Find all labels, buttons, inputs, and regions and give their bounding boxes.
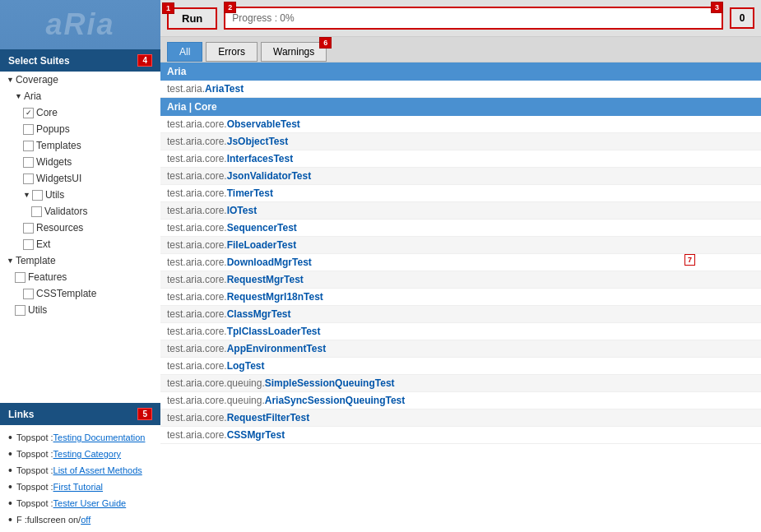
io-item[interactable]: test.aria.core.IOTest — [160, 202, 761, 220]
templates-row[interactable]: Templates — [0, 139, 160, 152]
bullet-icon: • — [8, 447, 12, 460]
item-name: RequestFilterTest — [227, 412, 309, 423]
link-first-tutorial: • Topspot : First Tutorial — [8, 479, 152, 495]
template-label: Template — [16, 255, 56, 266]
features-label: Features — [28, 271, 67, 283]
popups-checkbox[interactable] — [23, 124, 34, 135]
tab-warnings[interactable]: Warnings — [261, 42, 327, 62]
results-list[interactable]: Aria test.aria.AriaTest Aria | Core test… — [160, 62, 761, 532]
stop-button[interactable]: 0 — [730, 7, 754, 29]
item-name: JsonValidatorTest — [227, 170, 311, 182]
timer-item[interactable]: test.aria.core.TimerTest — [160, 185, 761, 202]
appenvironment-item[interactable]: test.aria.core.AppEnvironmentTest — [160, 340, 761, 358]
ext-row[interactable]: Ext — [0, 238, 160, 251]
utils2-checkbox[interactable] — [15, 305, 26, 316]
tree-item-ext: Ext — [0, 236, 160, 252]
fullscreen-off-link[interactable]: off — [81, 515, 90, 525]
link-prefix-2: Topspot : — [16, 449, 53, 459]
run-button[interactable]: 1 Run — [167, 7, 217, 30]
item-prefix: test.aria.core. — [167, 360, 227, 372]
item-prefix: test.aria.core. — [167, 343, 227, 354]
link-assert-methods-label[interactable]: List of Assert Methods — [53, 465, 142, 475]
requestmgr-item[interactable]: test.aria.core.RequestMgrTest — [160, 271, 761, 289]
core-checkbox[interactable] — [23, 108, 34, 118]
item-name: AriaSyncSessionQueuingTest — [265, 395, 406, 406]
coverage-row[interactable]: ▼ Coverage — [0, 73, 160, 86]
item-name: FileLoaderTest — [227, 239, 296, 251]
features-checkbox[interactable] — [15, 272, 26, 283]
requestmgri18n-item[interactable]: test.aria.core.RequestMgrI18nTest — [160, 289, 761, 306]
widgetsui-row[interactable]: WidgetsUI — [0, 172, 160, 185]
simplesession-item[interactable]: test.aria.core.queuing.SimpleSessionQueu… — [160, 375, 761, 392]
tplclassloader-item[interactable]: test.aria.core.TplClassLoaderTest — [160, 323, 761, 340]
stop-label: 0 — [740, 12, 745, 24]
bullet-icon: • — [8, 464, 12, 477]
interfaces-item[interactable]: test.aria.core.InterfacesTest — [160, 150, 761, 168]
tree-item-features: Features — [0, 269, 160, 285]
validators-row[interactable]: Validators — [0, 205, 160, 218]
ariatest-item[interactable]: test.aria.AriaTest — [160, 81, 761, 98]
item-prefix: test.aria.core. — [167, 429, 227, 441]
tab-all[interactable]: All — [167, 42, 202, 62]
link-user-guide-label[interactable]: Tester User Guide — [53, 498, 127, 508]
link-user-guide: • Topspot : Tester User Guide — [8, 495, 152, 511]
fileloader-item[interactable]: test.aria.core.FileLoaderTest — [160, 237, 761, 254]
bullet-icon: • — [8, 431, 12, 444]
links-label: Links — [8, 409, 34, 420]
widgets-label: Widgets — [36, 156, 72, 168]
observable-item[interactable]: test.aria.core.ObservableTest — [160, 116, 761, 133]
csstemplate-checkbox[interactable] — [23, 289, 34, 299]
tab-errors[interactable]: Errors — [206, 42, 258, 62]
features-row[interactable]: Features — [0, 271, 160, 284]
item-name: RequestMgrTest — [227, 274, 304, 285]
link-first-tutorial-label[interactable]: First Tutorial — [53, 482, 104, 492]
csstemplate-row[interactable]: CSSTemplate — [0, 287, 160, 300]
utils-checkbox[interactable] — [32, 190, 43, 201]
link-testing-docs-label[interactable]: Testing Documentation — [53, 433, 146, 442]
badge-2: 2 — [224, 2, 236, 13]
content-area: 1 Run 2 Progress : 0% 3 0 All Errors War… — [160, 0, 761, 532]
downloadmgr-item[interactable]: test.aria.core.DownloadMgrTest 7 — [160, 254, 761, 271]
core-row[interactable]: Core — [0, 106, 160, 119]
tree-item-templates: Templates — [0, 137, 160, 154]
utils-row[interactable]: ▼ Utils — [0, 188, 160, 201]
jsobject-item[interactable]: test.aria.core.JsObjectTest — [160, 133, 761, 150]
popups-label: Popups — [36, 123, 70, 135]
jsonvalidator-item[interactable]: test.aria.core.JsonValidatorTest — [160, 168, 761, 185]
validators-checkbox[interactable] — [31, 206, 42, 217]
requestfilter-item[interactable]: test.aria.core.RequestFilterTest — [160, 409, 761, 427]
template-row[interactable]: ▼ Template — [0, 254, 160, 267]
item-name: SimpleSessionQueuingTest — [265, 377, 395, 389]
templates-checkbox[interactable] — [23, 141, 34, 151]
ariasyncsession-item[interactable]: test.aria.core.queuing.AriaSyncSessionQu… — [160, 392, 761, 409]
item-name: DownloadMgrTest — [227, 257, 312, 268]
item-prefix: test.aria.core. — [167, 326, 227, 337]
utils2-row[interactable]: Utils — [0, 303, 160, 317]
sequencer-item[interactable]: test.aria.core.SequencerTest — [160, 220, 761, 237]
link-prefix-5: Topspot : — [16, 498, 53, 508]
tree-area[interactable]: ▼ Coverage ▼ Aria Core — [0, 72, 160, 403]
link-testing-category-label[interactable]: Testing Category — [53, 449, 122, 459]
widgets-checkbox[interactable] — [23, 157, 34, 168]
item-name: LogTest — [227, 360, 265, 372]
expand-icon: ▼ — [23, 191, 30, 199]
aria-core-group-header[interactable]: Aria | Core — [160, 98, 761, 116]
resources-checkbox[interactable] — [23, 223, 34, 234]
tree-item-validators: Validators — [0, 203, 160, 220]
ext-checkbox[interactable] — [23, 239, 34, 250]
aria-row[interactable]: ▼ Aria — [0, 90, 160, 103]
widgets-row[interactable]: Widgets — [0, 155, 160, 169]
popups-row[interactable]: Popups — [0, 123, 160, 136]
resources-row[interactable]: Resources — [0, 221, 160, 234]
widgetsui-checkbox[interactable] — [23, 173, 34, 184]
classmgr-item[interactable]: test.aria.core.ClassMgrTest — [160, 306, 761, 323]
tree-item-aria: ▼ Aria — [0, 88, 160, 104]
tree-item-template: ▼ Template — [0, 252, 160, 269]
aria-group-header[interactable]: Aria — [160, 62, 761, 81]
tree-item-popups: Popups — [0, 121, 160, 137]
tabs-row: All Errors Warnings 6 — [160, 37, 761, 62]
log-item[interactable]: test.aria.core.LogTest — [160, 358, 761, 375]
coverage-label: Coverage — [16, 74, 58, 86]
cssmgr-item[interactable]: test.aria.core.CSSMgrTest — [160, 427, 761, 444]
aria-label: Aria — [24, 90, 41, 102]
